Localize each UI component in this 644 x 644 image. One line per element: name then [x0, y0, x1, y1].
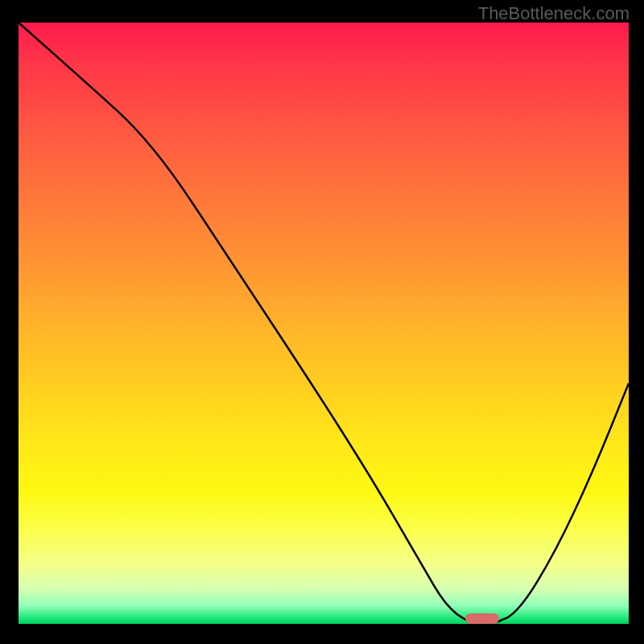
watermark-text: TheBottleneck.com	[478, 3, 630, 24]
chart-plot-area	[19, 23, 629, 624]
optimal-marker	[465, 613, 499, 624]
bottleneck-curve	[19, 23, 629, 624]
curve-path	[19, 23, 629, 624]
